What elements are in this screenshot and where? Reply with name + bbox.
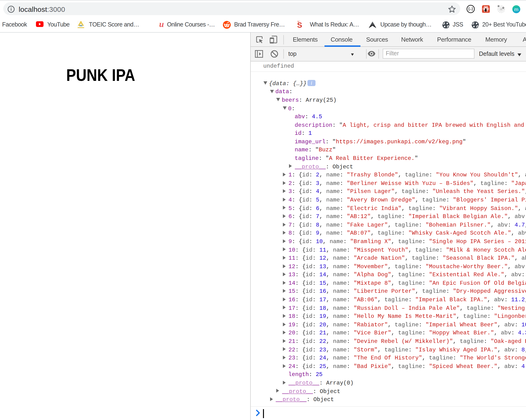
svg-text:u: u [159,20,164,29]
svg-text:S: S [297,21,302,29]
svg-text:m: m [514,6,518,12]
svg-text:MIE: MIE [80,24,82,27]
